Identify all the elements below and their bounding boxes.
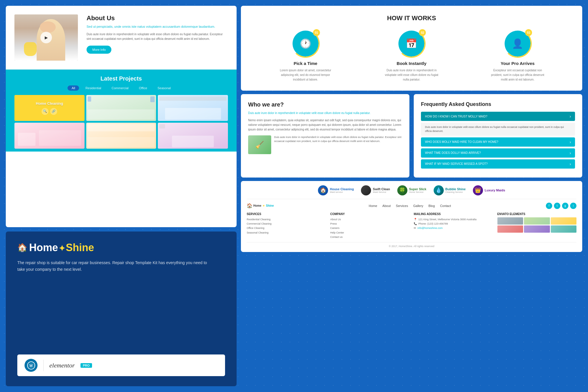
project-card-2[interactable] bbox=[86, 95, 156, 121]
logo-home-text: Home bbox=[29, 242, 58, 253]
projects-title: Latest Projects bbox=[14, 75, 228, 82]
faq-item-4[interactable]: WHAT IF MY MAID SERVICE MISSED A SPOT? › bbox=[421, 159, 575, 169]
project-card-5[interactable] bbox=[86, 123, 156, 149]
footer-services-title: SERVICES bbox=[247, 212, 326, 216]
bubble-shine-icon: 💧 bbox=[434, 185, 444, 195]
footer-press[interactable]: Press bbox=[330, 222, 410, 226]
footer-bar: W elementor PRO bbox=[17, 354, 225, 376]
footer-contact-us[interactable]: Contact us bbox=[330, 235, 410, 239]
footer-section: 🏠 House Cleaning Maid service ✦ Swift Cl… bbox=[241, 181, 582, 252]
left-bottom-panel: 🏠 Home✦Shine The repair shop is suitable… bbox=[6, 232, 237, 386]
social-instagram[interactable]: i bbox=[570, 203, 576, 209]
faq-question-4: WHAT IF MY MAID SERVICE MISSED A SPOT? bbox=[425, 162, 488, 165]
faq-question-2: WHO DOES MOLLY MAID HIRE TO CLEAN MY HOM… bbox=[425, 140, 498, 143]
footer-company-title: COMPANY bbox=[330, 212, 410, 216]
brand-logos-row: 🏠 House Cleaning Maid service ✦ Swift Cl… bbox=[247, 185, 576, 199]
filter-office[interactable]: Office bbox=[135, 85, 151, 91]
faq-item-1[interactable]: HOW DO I KNOW I CAN TRUST MOLLY MAID? › bbox=[421, 112, 575, 121]
play-button[interactable]: ▶ bbox=[40, 32, 52, 43]
filter-all[interactable]: All bbox=[68, 85, 79, 91]
elementor-text: elementor bbox=[49, 362, 75, 369]
footer-nav-blog[interactable]: Blog bbox=[428, 204, 435, 208]
footer-help[interactable]: Help Center bbox=[330, 231, 410, 235]
super-slick-icon: 🍀 bbox=[397, 185, 407, 195]
step-2-circle: 📅 bbox=[398, 31, 424, 57]
footer-navigation: Home About Services Gallery Blog Contact bbox=[369, 204, 451, 208]
right-column: HOW IT WORKS 🕐 Pick a Time Lorem ipsum d… bbox=[241, 6, 582, 386]
about-content: About Us Sed ut perspiciatis, unde omnis… bbox=[87, 14, 228, 61]
envato-img-6 bbox=[551, 225, 577, 233]
envato-img-5 bbox=[524, 225, 550, 233]
faq-arrow-1: › bbox=[570, 114, 571, 119]
about-image: ▶ bbox=[14, 14, 78, 61]
room-living-decor bbox=[86, 95, 156, 121]
step-3-arc bbox=[503, 29, 532, 58]
step-2-title: Book Instantly bbox=[397, 61, 426, 66]
footer-nav-gallery[interactable]: Gallery bbox=[413, 204, 423, 208]
faq-arrow-3: › bbox=[570, 151, 571, 155]
step-1-desc: Lorem ipsum dolor sit amet, consectetur … bbox=[277, 68, 334, 82]
envato-img-3 bbox=[551, 217, 577, 225]
brand-description: The repair shop is suitable for car repa… bbox=[17, 260, 214, 273]
filter-commercial[interactable]: Commercial bbox=[108, 85, 133, 91]
who-image: 🧹 bbox=[248, 135, 271, 154]
project-card-4[interactable] bbox=[14, 123, 85, 149]
faq-item-3[interactable]: WHAT TIME DOES DOLLY MAID ARRIVE? › bbox=[421, 148, 575, 158]
about-title: About Us bbox=[87, 14, 228, 22]
who-we-are-title: Who we are? bbox=[248, 101, 402, 108]
footer-nav-services[interactable]: Services bbox=[396, 204, 408, 208]
room-kitchen-decor bbox=[86, 123, 156, 149]
footer-columns: SERVICES Residential Cleaning Commercial… bbox=[247, 212, 576, 239]
step-3: 👤 Your Pro Arrives Excepteur sint occaec… bbox=[489, 31, 546, 82]
footer-about-us[interactable]: About Us bbox=[330, 217, 410, 222]
step-1-circle: 🕐 bbox=[293, 31, 319, 57]
step-1: 🕐 Pick a Time Lorem ipsum dolor sit amet… bbox=[277, 31, 334, 82]
social-google[interactable]: g bbox=[562, 203, 568, 209]
who-image-row: 🧹 Duis aute irure dolor in reprehenderit… bbox=[248, 135, 402, 154]
step-2: 📅 Book Instantly Duis aute irure dolor i… bbox=[383, 31, 440, 82]
project-card-featured[interactable]: Home Cleaning 🔍 🔗 bbox=[14, 95, 85, 121]
project-card-3[interactable] bbox=[158, 95, 228, 121]
footer-email-link[interactable]: info@homeshine.com bbox=[417, 226, 443, 230]
project-card-6[interactable] bbox=[158, 123, 228, 149]
footer-residential[interactable]: Residential Cleaning bbox=[247, 217, 326, 222]
footer-logo-star: ✦ bbox=[262, 204, 265, 208]
faq-item-2[interactable]: WHO DOES MOLLY MAID HIRE TO CLEAN MY HOM… bbox=[421, 137, 575, 147]
footer-homeshine-logo: 🏠 Home ✦ Shine bbox=[247, 203, 274, 208]
footer-nav-home[interactable]: Home bbox=[369, 204, 377, 208]
filter-seasonal[interactable]: Seasonal bbox=[153, 85, 175, 91]
card-icons: 🔍 🔗 bbox=[42, 108, 57, 115]
footer-seasonal[interactable]: Seasonal Cleaning bbox=[247, 231, 326, 235]
envato-img-4 bbox=[497, 225, 523, 233]
filter-tabs: All Residential Commercial Office Season… bbox=[14, 85, 228, 91]
more-info-button[interactable]: More Info bbox=[87, 46, 111, 54]
lm-label: Luxury Maids bbox=[485, 188, 505, 192]
who-img-icon: 🧹 bbox=[248, 135, 271, 154]
social-twitter[interactable]: t bbox=[554, 203, 560, 209]
social-facebook[interactable]: f bbox=[546, 203, 552, 209]
card-link-icon[interactable]: 🔗 bbox=[50, 108, 57, 115]
super-slick-name: Super Slick Home Service bbox=[409, 187, 426, 193]
footer-nav-contact[interactable]: Contact bbox=[440, 204, 451, 208]
footer-office[interactable]: Office Cleaning bbox=[247, 226, 326, 230]
logo-text: Home✦Shine bbox=[29, 242, 94, 254]
card-search-icon[interactable]: 🔍 bbox=[42, 108, 48, 115]
step-2-arc bbox=[397, 29, 426, 58]
footer-careers[interactable]: Careers bbox=[330, 226, 410, 230]
footer-nav-about[interactable]: About bbox=[382, 204, 391, 208]
step-2-desc: Duis aute irure dolor in reprehenderit i… bbox=[383, 68, 440, 82]
envato-img-1 bbox=[497, 217, 523, 225]
filter-residential[interactable]: Residential bbox=[81, 85, 105, 91]
footer-email: ✉ info@homeshine.com bbox=[414, 226, 493, 230]
hc-sub: Maid service bbox=[330, 191, 354, 193]
main-container: ▶ About Us Sed ut perspiciatis, unde omn… bbox=[6, 6, 582, 386]
step-1-title: Pick a Time bbox=[294, 61, 317, 66]
middle-right-section: Who we are? Duis aute irure dolor in rep… bbox=[241, 94, 582, 178]
footer-col-mailing: MAILING ADDRESS 📍 121 King Street, Melbo… bbox=[414, 212, 493, 239]
brand-logo-swift: ✦ Swift Clean Maid Service bbox=[361, 185, 390, 195]
about-subtitle: Sed ut perspiciatis, unde omnis iste nat… bbox=[87, 24, 228, 29]
faq-title: Frequently Asked Questions bbox=[421, 101, 575, 107]
footer-commercial[interactable]: Commercial Cleaning bbox=[247, 222, 326, 226]
faq-section: Frequently Asked Questions HOW DO I KNOW… bbox=[414, 94, 582, 178]
step-3-desc: Excepteur sint occaecat cupidatat non pr… bbox=[489, 68, 546, 82]
